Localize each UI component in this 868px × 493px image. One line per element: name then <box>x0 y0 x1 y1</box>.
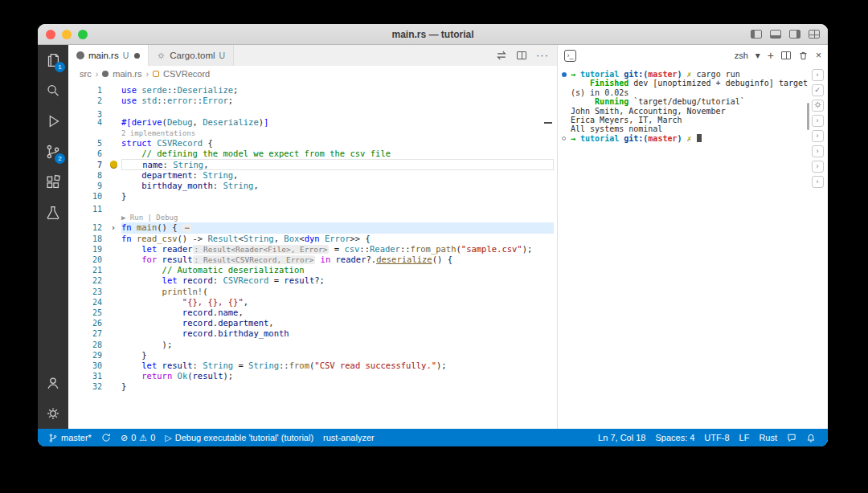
terminal-line[interactable]: All systems nominal <box>571 124 805 133</box>
code-line[interactable]: 4#[derive(Debug, Deserialize)] <box>68 117 557 128</box>
new-terminal-icon[interactable]: + <box>768 49 774 62</box>
code-line[interactable]: 19 let reader: Result<Reader<File>, Erro… <box>68 244 557 255</box>
sidebar-item-extensions[interactable] <box>38 167 68 198</box>
account-button[interactable] <box>38 368 68 398</box>
code-line[interactable]: 23 println!( <box>68 287 557 297</box>
tab-cargo-toml[interactable]: Cargo.toml U <box>149 45 234 66</box>
command-decoration-dot[interactable] <box>562 72 567 77</box>
debug-play-icon: ▷ <box>165 433 171 443</box>
breadcrumb-item-file[interactable]: main.rs <box>113 69 141 79</box>
code-line[interactable]: 29 } <box>68 350 557 361</box>
code-line[interactable]: 6 // defining the model we expect from t… <box>68 149 557 159</box>
terminal-line[interactable]: → tutorial git:(master) ✗ cargo run <box>571 70 805 79</box>
code-line[interactable]: 24 "{}, {}, {}", <box>68 297 557 308</box>
code-line[interactable]: 5struct CSVRecord { <box>68 138 557 149</box>
customize-layout-icon[interactable] <box>809 30 820 39</box>
code-line[interactable]: 21 // Automatic deserialization <box>68 265 557 275</box>
code-line[interactable]: 3 <box>68 106 557 116</box>
chevron-right-icon[interactable]: › <box>812 115 824 127</box>
rust-analyzer-status[interactable]: rust-analyzer <box>319 429 379 446</box>
code-line[interactable]: 10} <box>68 191 557 202</box>
zoom-window-button[interactable] <box>78 30 88 39</box>
terminal-output[interactable]: → tutorial git:(master) ✗ cargo run Fini… <box>558 66 828 429</box>
branch-indicator[interactable]: master* <box>44 429 96 446</box>
terminal-line[interactable]: John Smith, Accounting, November <box>571 107 805 116</box>
more-actions-icon[interactable]: ··· <box>536 51 549 59</box>
terminal-line[interactable]: (s) in 0.02s <box>571 88 805 97</box>
terminal-scrollbar[interactable] <box>807 103 809 130</box>
sidebar-item-search[interactable] <box>38 75 68 106</box>
line-number: 32 <box>68 381 105 392</box>
gear-icon[interactable] <box>812 100 824 112</box>
codelens-row[interactable]: ▶ Run | Debug <box>68 212 557 222</box>
code-line[interactable]: 25 record.name, <box>68 308 557 318</box>
language-mode[interactable]: Rust <box>755 429 781 446</box>
scm-badge: 2 <box>55 153 65 164</box>
code-line[interactable]: 28 ); <box>68 340 557 350</box>
minimize-window-button[interactable] <box>62 30 72 39</box>
terminal-profile-chevron-icon[interactable]: ▾ <box>755 50 760 61</box>
code-line[interactable]: 31 return Ok(result); <box>68 371 557 381</box>
code-line[interactable]: 8 department: String, <box>68 170 557 181</box>
terminal-line[interactable]: → tutorial git:(master) ✗ <box>571 134 805 143</box>
line-number: 21 <box>68 265 105 275</box>
code-line[interactable]: 30 let result: String = String::from("CS… <box>68 361 557 371</box>
chevron-right-icon[interactable]: › <box>812 130 824 142</box>
code-line[interactable]: 7 name: String, <box>68 159 557 169</box>
problems-indicator[interactable]: ⊘ 0 ⚠ 0 <box>117 429 159 446</box>
code-line[interactable]: 11 <box>68 202 557 212</box>
breadcrumb-item-symbol[interactable]: CSVRecord <box>163 69 210 79</box>
notifications-button[interactable] <box>802 429 820 446</box>
settings-button[interactable] <box>38 398 68 429</box>
split-terminal-icon[interactable] <box>781 51 791 59</box>
terminal-line[interactable]: Erica Meyers, IT, March <box>571 116 805 124</box>
sync-button[interactable] <box>97 429 115 446</box>
debug-target-button[interactable]: ▷ Debug executable 'tutorial' (tutorial) <box>161 429 317 446</box>
terminal-line[interactable]: Running `target/debug/tutorial` <box>571 97 805 106</box>
split-editor-icon[interactable] <box>517 51 526 59</box>
terminal-line[interactable]: Finished dev [unoptimized + debuginfo] t… <box>571 79 805 88</box>
editor-code[interactable]: 1use serde::Deserialize;2use std::error:… <box>68 82 557 429</box>
code-line[interactable]: 18fn read_csv() -> Result<String, Box<dy… <box>68 234 557 244</box>
code-line[interactable]: 32} <box>68 381 557 392</box>
code-line[interactable]: 9 birthday_month: String, <box>68 181 557 191</box>
indentation-setting[interactable]: Spaces: 4 <box>651 429 698 446</box>
code-line[interactable]: 1use serde::Deserialize; <box>68 85 557 96</box>
eol-setting[interactable]: LF <box>735 429 754 446</box>
command-decoration-dot[interactable] <box>562 136 566 141</box>
code-line[interactable]: 27 record.birthday_month <box>68 328 557 339</box>
close-window-button[interactable] <box>46 30 55 39</box>
code-line[interactable]: 12›fn main() { ⋯ <box>68 222 557 233</box>
open-changes-icon[interactable] <box>496 50 507 61</box>
sidebar-item-testing[interactable] <box>38 198 68 228</box>
kill-terminal-icon[interactable] <box>798 51 809 61</box>
code-line[interactable]: 2use std::error::Error; <box>68 96 557 106</box>
feedback-button[interactable] <box>783 429 800 446</box>
code-line[interactable]: 20 for result: Result<CSVRecord, Error> … <box>68 255 557 265</box>
check-icon[interactable]: ✓ <box>812 84 824 96</box>
code-line[interactable]: 26 record.department, <box>68 318 557 328</box>
title-bar[interactable]: main.rs — tutorial <box>38 24 828 45</box>
toggle-panel-icon[interactable] <box>770 30 781 39</box>
sidebar-item-explorer[interactable]: 1 <box>38 45 68 75</box>
lightbulb-icon[interactable] <box>110 161 117 168</box>
sidebar-item-run-debug[interactable] <box>38 106 68 136</box>
encoding-setting[interactable]: UTF-8 <box>700 429 733 446</box>
toggle-secondary-sidebar-icon[interactable] <box>789 30 800 39</box>
breadcrumb-item-src[interactable]: src <box>80 69 92 79</box>
cursor-position[interactable]: Ln 7, Col 18 <box>594 429 649 446</box>
chevron-right-icon[interactable]: › <box>812 145 824 157</box>
toggle-primary-sidebar-icon[interactable] <box>751 30 762 39</box>
close-panel-icon[interactable]: × <box>816 50 821 61</box>
chevron-right-icon[interactable]: › <box>812 161 824 173</box>
terminal-panel-icon[interactable]: ›_ <box>564 50 576 62</box>
code-line[interactable]: 22 let record: CSVRecord = result?; <box>68 275 557 286</box>
unsaved-changes-dot[interactable] <box>134 53 140 59</box>
chevron-right-icon[interactable]: › <box>812 176 824 188</box>
terminal-shell-label[interactable]: zsh <box>735 51 748 60</box>
fold-chevron-icon[interactable]: › <box>105 222 121 233</box>
codelens-row[interactable]: 2 implementations <box>68 128 557 138</box>
sidebar-item-source-control[interactable]: 2 <box>38 136 68 167</box>
tab-main-rs[interactable]: main.rs U <box>68 45 149 66</box>
chevron-right-icon[interactable]: › <box>812 69 824 81</box>
